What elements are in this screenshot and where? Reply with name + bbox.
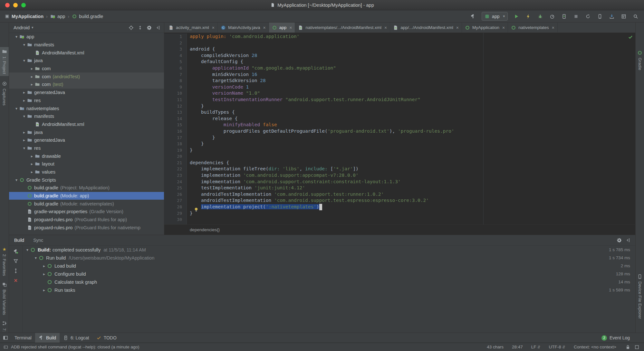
expand-arrow-icon[interactable]: ▸ xyxy=(21,90,27,95)
code-line-30[interactable] xyxy=(190,216,631,223)
tree-item-proguard-rules-pro-proguard-rules-for-app[interactable]: proguard-rules.pro(ProGuard Rules for ap… xyxy=(9,216,164,224)
expand-arrow-icon[interactable]: ▾ xyxy=(21,43,27,47)
code-line-28[interactable]: implementation project(':nativetemplates… xyxy=(190,204,631,210)
stop-build-icon[interactable] xyxy=(13,278,18,283)
expand-arrow-icon[interactable]: ▸ xyxy=(29,154,35,158)
code-line-9[interactable]: versionCode 1 xyxy=(190,84,631,90)
lock-icon[interactable] xyxy=(625,345,630,350)
minimize-window-button[interactable] xyxy=(13,3,18,7)
code-line-21[interactable]: dependencies { xyxy=(190,160,631,166)
tree-item-manifests[interactable]: ▾manifests xyxy=(9,41,164,49)
close-tab-icon[interactable]: × xyxy=(552,25,554,30)
code-line-26[interactable]: androidTestImplementation 'com.android.s… xyxy=(190,191,631,198)
expand-arrow-icon[interactable]: ▸ xyxy=(21,138,27,142)
expand-arrow-icon[interactable]: ▾ xyxy=(21,114,27,119)
tree-item-generatedjava[interactable]: ▸generatedJava xyxy=(9,89,164,97)
tab-nativetemplates[interactable]: nativetemplates× xyxy=(508,23,558,33)
tree-item-values[interactable]: ▸values xyxy=(9,168,164,176)
code-line-14[interactable]: release { xyxy=(190,116,631,122)
tab-nativetemplates-androidmanifest-xml[interactable]: nativetemplates/.../AndroidManifest.xml× xyxy=(295,23,390,33)
bottom-tab-build[interactable]: Build xyxy=(35,333,60,343)
close-window-button[interactable] xyxy=(5,3,10,7)
status-widget-utf-8[interactable]: UTF-8⇵ xyxy=(549,345,565,349)
code-line-18[interactable]: } xyxy=(190,141,631,147)
build-tab-sync[interactable]: Sync xyxy=(33,238,43,243)
code-line-22[interactable]: implementation fileTree(dir: 'libs', inc… xyxy=(190,166,631,172)
build-row-calculate-task-graph[interactable]: Calculate task graph14 ms xyxy=(23,278,635,286)
tree-item-res[interactable]: ▾res xyxy=(9,144,164,152)
expand-arrow-icon[interactable]: ▾ xyxy=(14,178,19,182)
code-line-17[interactable]: } xyxy=(190,135,631,141)
expand-arrow-icon[interactable]: ▸ xyxy=(29,66,35,71)
filter-icon[interactable] xyxy=(13,259,18,264)
build-row-load-build[interactable]: ▸Load build2 ms xyxy=(23,262,635,270)
tree-item-build-gradle-project-myapplication[interactable]: build.gradle(Project: MyApplication) xyxy=(9,184,164,192)
profile-icon[interactable] xyxy=(549,13,555,20)
code-line-3[interactable]: android { xyxy=(190,46,631,52)
toolwindow-button-device-file-explorer[interactable]: Device File Explorer xyxy=(636,272,644,321)
expand-arrow-icon[interactable]: ▾ xyxy=(21,58,27,63)
build-row-build-completed-successfully[interactable]: ▾Build:completed successfullyat 11/5/18,… xyxy=(23,246,635,254)
code-line-2[interactable] xyxy=(190,40,631,46)
code-line-4[interactable]: compileSdkVersion 28 xyxy=(190,52,631,59)
close-tab-icon[interactable]: × xyxy=(289,25,292,30)
expand-arrow-icon[interactable]: ▾ xyxy=(14,34,19,39)
close-tab-icon[interactable]: × xyxy=(502,25,505,30)
tree-item-com-test[interactable]: ▸com(test) xyxy=(9,81,164,89)
run-play-icon[interactable] xyxy=(513,13,520,20)
tree-item-androidmanifest-xml[interactable]: AndroidManifest.xml xyxy=(9,120,164,128)
code-line-1[interactable]: apply plugin: 'com.android.application' xyxy=(190,33,631,40)
code-line-15[interactable]: minifyEnabled false xyxy=(190,122,631,128)
code-line-23[interactable]: implementation 'com.android.support:appc… xyxy=(190,172,631,179)
breadcrumb-myapplication[interactable]: MyApplication xyxy=(5,14,43,19)
code-line-25[interactable]: testImplementation 'junit:junit:4.12' xyxy=(190,185,631,191)
build-row-run-tasks[interactable]: ▸Run tasks1 s 589 ms xyxy=(23,286,635,294)
tree-item-nativetemplates[interactable]: ▾nativetemplates xyxy=(9,104,164,112)
build-tab-build[interactable]: Build xyxy=(14,238,24,243)
code-line-5[interactable]: defaultConfig { xyxy=(190,59,631,65)
bottom-tab-todo[interactable]: TODO xyxy=(93,333,120,343)
tab-mainactivity-java[interactable]: CMainActivity.java× xyxy=(218,23,269,33)
tree-item-res[interactable]: ▸res xyxy=(9,97,164,105)
tree-item-androidmanifest-xml[interactable]: AndroidManifest.xml xyxy=(9,49,164,57)
build-hammer-icon[interactable] xyxy=(470,13,476,20)
tree-item-java[interactable]: ▸java xyxy=(9,128,164,136)
tab-activity-main-xml[interactable]: </>activity_main.xml× xyxy=(166,23,218,33)
indicator-icon[interactable] xyxy=(634,345,639,350)
expand-arrow-icon[interactable]: ▸ xyxy=(21,98,27,103)
tab-myapplication[interactable]: MyApplication× xyxy=(462,23,508,33)
tree-item-com[interactable]: ▸com xyxy=(9,65,164,73)
tree-item-generatedjava[interactable]: ▸generatedJava xyxy=(9,136,164,144)
build-row-run-build[interactable]: ▾Run build/Users/jweisbaum/Desktop/MyApp… xyxy=(23,254,635,262)
expand-arrow-icon[interactable]: ▸ xyxy=(41,264,47,268)
expand-arrow-icon[interactable]: ▸ xyxy=(29,162,35,166)
toolwindow-button-gradle[interactable]: Gradle xyxy=(636,48,644,72)
locate-icon[interactable] xyxy=(129,25,134,30)
close-tab-icon[interactable]: × xyxy=(384,25,387,30)
code-line-29[interactable]: } xyxy=(190,210,631,217)
code-line-8[interactable]: targetSdkVersion 28 xyxy=(190,78,631,84)
hide-panel-icon[interactable] xyxy=(156,25,161,30)
tab-app[interactable]: app× xyxy=(269,23,295,33)
close-tab-icon[interactable]: × xyxy=(263,25,266,30)
status-widget-28-47[interactable]: 28:47 xyxy=(512,345,523,349)
bottom-tab-6-logcat[interactable]: 6: Logcat xyxy=(60,333,93,343)
tree-item-drawable[interactable]: ▸drawable xyxy=(9,152,164,160)
status-widget-43-chars[interactable]: 43 chars xyxy=(487,345,504,349)
avd-manager-icon[interactable] xyxy=(597,13,603,20)
status-icon[interactable] xyxy=(3,345,8,350)
event-log-button[interactable]: 2 Event Log xyxy=(601,333,630,343)
sdk-manager-icon[interactable] xyxy=(609,13,615,20)
project-view-selector[interactable]: Android xyxy=(14,25,30,30)
code-line-16[interactable]: proguardFiles getDefaultProguardFile('pr… xyxy=(190,128,631,135)
editor-breadcrumb[interactable]: dependencies{} xyxy=(190,227,220,232)
toolwindow-button-build-variants[interactable]: Build Variants xyxy=(0,280,9,317)
tree-item-proguard-rules-pro-proguard-rules-for-nativetemp[interactable]: proguard-rules.pro(ProGuard Rules for na… xyxy=(9,224,164,232)
tree-item-java[interactable]: ▾java xyxy=(9,57,164,65)
code-line-10[interactable]: versionName "1.0" xyxy=(190,90,631,97)
expand-arrow-icon[interactable]: ▸ xyxy=(29,74,35,79)
expand-arrow-icon[interactable]: ▸ xyxy=(41,288,47,292)
zoom-window-button[interactable] xyxy=(21,3,26,7)
close-tab-icon[interactable]: × xyxy=(456,25,459,30)
code-line-19[interactable]: } xyxy=(190,147,631,154)
